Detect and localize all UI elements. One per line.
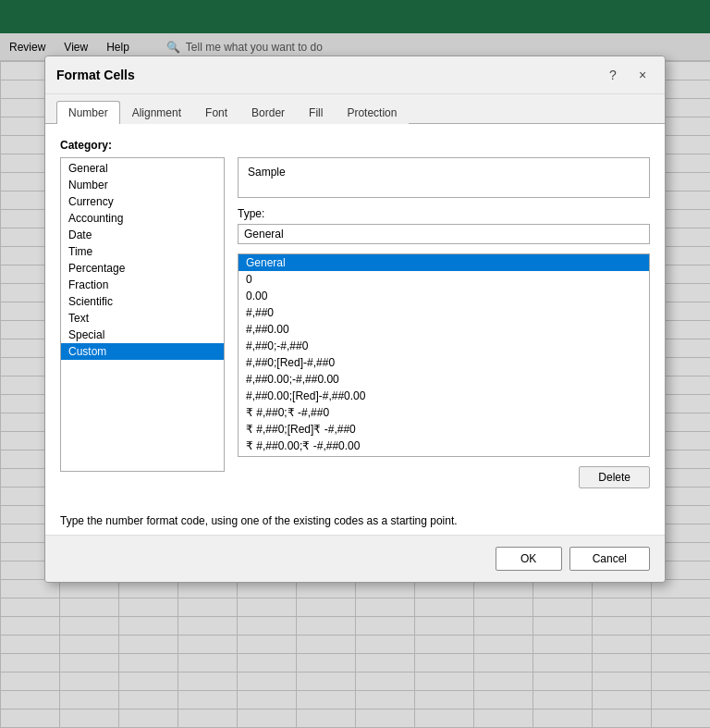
category-list[interactable]: General Number Currency Accounting Date … xyxy=(60,157,225,472)
titlebar-controls: ? × xyxy=(602,64,654,86)
tab-number[interactable]: Number xyxy=(56,101,120,124)
format-hash-hash-0[interactable]: #,##0 xyxy=(239,304,649,321)
cancel-button[interactable]: Cancel xyxy=(569,547,650,571)
right-panel: Sample Type: General 0 0.00 #,##0 #,##0.… xyxy=(238,157,650,488)
close-button[interactable]: × xyxy=(631,64,654,86)
category-custom[interactable]: Custom xyxy=(61,343,224,360)
dialog-bottom: OK Cancel xyxy=(45,535,665,582)
format-hash-dec-red[interactable]: #,##0.00;[Red]-#,##0.00 xyxy=(239,388,649,404)
category-list-wrapper: General Number Currency Accounting Date … xyxy=(60,157,225,488)
tab-alignment[interactable]: Alignment xyxy=(120,101,193,124)
format-rupee-1[interactable]: ₹ #,##0;₹ -#,##0 xyxy=(239,404,649,421)
format-rupee-2[interactable]: ₹ #,##0;[Red]₹ -#,##0 xyxy=(239,421,649,438)
tab-border[interactable]: Border xyxy=(239,101,297,124)
category-text[interactable]: Text xyxy=(61,310,224,327)
dialog-titlebar: Format Cells ? × xyxy=(45,56,665,94)
category-percentage[interactable]: Percentage xyxy=(61,260,224,277)
delete-button[interactable]: Delete xyxy=(579,466,650,488)
dialog-content: Category: General Number Currency Accoun… xyxy=(45,124,665,503)
format-hash-hash-0.00[interactable]: #,##0.00 xyxy=(239,321,649,338)
sample-section: Sample xyxy=(238,157,650,198)
category-fraction[interactable]: Fraction xyxy=(61,277,224,293)
format-hash-dec-neg[interactable]: #,##0.00;-#,##0.00 xyxy=(239,371,649,388)
sample-label: Sample xyxy=(248,166,640,179)
format-list[interactable]: General 0 0.00 #,##0 #,##0.00 #,##0;-#,#… xyxy=(238,253,650,457)
type-input[interactable] xyxy=(238,224,650,244)
help-button[interactable]: ? xyxy=(602,64,624,86)
format-cells-dialog: Format Cells ? × Number Alignment Font B… xyxy=(44,56,666,583)
category-accounting[interactable]: Accounting xyxy=(61,210,224,227)
help-text: Type the number format code, using one o… xyxy=(45,503,665,535)
format-0[interactable]: 0 xyxy=(239,271,649,288)
dialog-title: Format Cells xyxy=(56,68,135,82)
category-number[interactable]: Number xyxy=(61,177,224,193)
format-rupee-3[interactable]: ₹ #,##0.00;₹ -#,##0.00 xyxy=(239,438,649,454)
format-hash-neg[interactable]: #,##0;-#,##0 xyxy=(239,338,649,354)
format-0.00[interactable]: 0.00 xyxy=(239,288,649,304)
dialog-overlay: Format Cells ? × Number Alignment Font B… xyxy=(0,0,710,728)
tab-fill[interactable]: Fill xyxy=(297,101,335,124)
category-general[interactable]: General xyxy=(61,160,224,177)
category-scientific[interactable]: Scientific xyxy=(61,293,224,310)
type-label: Type: xyxy=(238,207,650,220)
format-hash-red[interactable]: #,##0;[Red]-#,##0 xyxy=(239,354,649,371)
ok-button[interactable]: OK xyxy=(496,547,562,571)
category-label: Category: xyxy=(60,139,650,152)
tab-font[interactable]: Font xyxy=(193,101,239,124)
tab-bar: Number Alignment Font Border Fill Protec… xyxy=(45,94,665,124)
category-currency[interactable]: Currency xyxy=(61,193,224,210)
category-special[interactable]: Special xyxy=(61,327,224,343)
type-section: Type: xyxy=(238,207,650,244)
category-date[interactable]: Date xyxy=(61,227,224,243)
format-general[interactable]: General xyxy=(239,254,649,271)
category-time[interactable]: Time xyxy=(61,243,224,260)
delete-btn-row: Delete xyxy=(238,466,650,488)
content-row: General Number Currency Accounting Date … xyxy=(60,157,650,488)
tab-protection[interactable]: Protection xyxy=(335,101,409,124)
